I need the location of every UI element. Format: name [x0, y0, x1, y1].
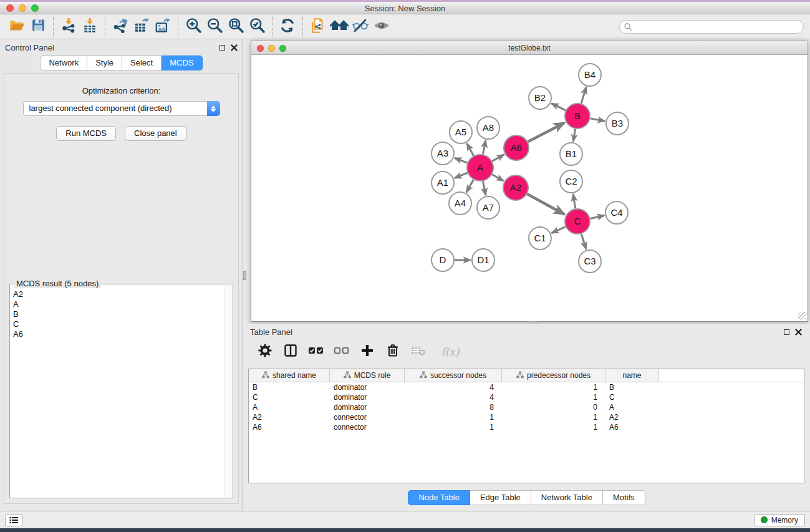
node-B4[interactable]: B4 — [579, 64, 601, 86]
open-session-button[interactable] — [6, 17, 27, 37]
export-image-button[interactable] — [152, 17, 173, 37]
table-row[interactable]: A6connector11A6 — [249, 422, 804, 432]
node-C2[interactable]: C2 — [560, 170, 582, 193]
console-button[interactable] — [5, 514, 22, 526]
edge-B-B2[interactable] — [551, 104, 566, 110]
close-table-panel-icon[interactable] — [795, 329, 802, 336]
window-resize-grip[interactable] — [798, 312, 806, 320]
table-tab-network-table[interactable]: Network Table — [531, 490, 603, 505]
table-tab-node-table[interactable]: Node Table — [408, 490, 470, 505]
table-row[interactable]: Adominator80A — [249, 402, 804, 412]
node-B3[interactable]: B3 — [606, 112, 629, 135]
panel-splitter-grip[interactable] — [243, 271, 246, 280]
node-A5[interactable]: A5 — [450, 121, 472, 143]
deselect-all-button[interactable] — [334, 344, 350, 360]
hide-selected-button[interactable] — [371, 17, 392, 37]
tab-style[interactable]: Style — [87, 56, 122, 70]
edge-A-A3[interactable] — [455, 158, 467, 163]
float-panel-icon[interactable] — [219, 45, 225, 51]
edge-A-A8[interactable] — [483, 140, 486, 154]
edge-C-C4[interactable] — [590, 215, 604, 218]
network-canvas[interactable]: AA1A2A3A4A5A6A7A8BB1B2B3B4CC1C2C3C4DD1 — [251, 55, 808, 322]
zoom-selected-button[interactable] — [246, 17, 268, 37]
export-table-button[interactable] — [131, 17, 152, 37]
export-network-button[interactable] — [110, 17, 131, 37]
save-session-button[interactable] — [27, 17, 49, 37]
search-input[interactable] — [619, 20, 804, 34]
mcds-result-item[interactable]: A6 — [13, 329, 224, 339]
edge-A-A2[interactable] — [492, 175, 503, 181]
delete-columns-button[interactable] — [385, 344, 401, 360]
tab-mcds[interactable]: MCDS — [162, 56, 202, 70]
mcds-result-item[interactable]: B — [13, 309, 224, 319]
import-table-button[interactable] — [79, 17, 100, 37]
column-header-shared-name[interactable]: shared name — [249, 369, 330, 382]
node-B1[interactable]: B1 — [560, 143, 582, 165]
node-A4[interactable]: A4 — [449, 192, 471, 215]
select-all-button[interactable] — [308, 344, 324, 360]
edge-C-C2[interactable] — [573, 194, 576, 208]
edge-B-B1[interactable] — [573, 129, 575, 142]
mcds-result-item[interactable]: C — [13, 319, 224, 329]
node-C[interactable]: C — [565, 209, 590, 234]
mcds-result-item[interactable]: A — [13, 299, 224, 309]
show-columns-button[interactable] — [282, 344, 299, 360]
edge-C-C3[interactable] — [581, 234, 586, 249]
optimization-criterion-select[interactable]: largest connected component (directed) — [23, 101, 220, 116]
toggle-graphics-details-button[interactable] — [350, 17, 371, 37]
edge-A6-B[interactable] — [528, 123, 564, 142]
close-panel-button[interactable]: Close panel — [125, 126, 186, 141]
table-row[interactable]: A2connector11A2 — [249, 412, 804, 422]
node-A7[interactable]: A7 — [477, 196, 499, 219]
node-C3[interactable]: C3 — [579, 250, 601, 273]
create-column-button[interactable] — [359, 344, 375, 360]
clone-network-button[interactable] — [307, 17, 329, 37]
edge-A-A5[interactable] — [467, 143, 474, 156]
network-window-titlebar[interactable]: testGlobe.txt — [251, 40, 808, 55]
float-table-panel-icon[interactable] — [784, 329, 789, 335]
node-B2[interactable]: B2 — [529, 87, 551, 109]
edge-A2-C[interactable] — [527, 194, 564, 215]
edge-B-B3[interactable] — [591, 118, 605, 121]
node-A8[interactable]: A8 — [477, 117, 499, 139]
column-header-successor-nodes[interactable]: successor nodes — [405, 369, 502, 382]
app-titlebar[interactable]: Session: New Session — [0, 2, 810, 14]
column-header-predecessor-nodes[interactable]: predecessor nodes — [502, 369, 605, 382]
tab-select[interactable]: Select — [122, 56, 162, 70]
network-view-window[interactable]: testGlobe.txt AA1A2A3A4A5A6A7A8BB1B2B3B4… — [251, 40, 808, 322]
zoom-fit-button[interactable] — [225, 17, 246, 37]
node-A[interactable]: A — [467, 155, 493, 181]
edge-A-A1[interactable] — [455, 173, 468, 178]
node-A2[interactable]: A2 — [503, 175, 528, 200]
node-A6[interactable]: A6 — [504, 135, 529, 160]
node-A3[interactable]: A3 — [432, 142, 454, 165]
column-header-MCDS-role[interactable]: MCDS role — [330, 369, 405, 382]
memory-button[interactable]: Memory — [754, 514, 805, 526]
mcds-result-item[interactable]: A2 — [13, 289, 224, 299]
table-tab-motifs[interactable]: Motifs — [603, 490, 645, 505]
node-C4[interactable]: C4 — [605, 201, 628, 224]
run-mcds-button[interactable]: Run MCDS — [56, 126, 116, 141]
table-tab-edge-table[interactable]: Edge Table — [470, 490, 531, 505]
table-row[interactable]: Cdominator41C — [249, 392, 804, 402]
edge-C-C1[interactable] — [552, 227, 566, 233]
close-panel-icon[interactable] — [231, 44, 238, 51]
node-B[interactable]: B — [565, 104, 590, 128]
node-A1[interactable]: A1 — [432, 172, 454, 194]
open-session-home-button[interactable] — [329, 17, 350, 37]
edge-A-A7[interactable] — [483, 181, 486, 195]
node-D1[interactable]: D1 — [472, 249, 494, 271]
zoom-out-button[interactable] — [204, 17, 225, 37]
import-network-button[interactable] — [58, 17, 79, 37]
edge-A-A4[interactable] — [466, 180, 473, 192]
node-C1[interactable]: C1 — [529, 227, 551, 249]
node-D[interactable]: D — [432, 249, 454, 271]
table-mode-button[interactable] — [257, 344, 273, 360]
edge-A-A6[interactable] — [492, 155, 504, 162]
edge-B-B4[interactable] — [581, 87, 586, 104]
zoom-in-button[interactable] — [183, 17, 204, 37]
column-header-name[interactable]: name — [605, 369, 659, 382]
apply-layout-button[interactable] — [277, 17, 298, 37]
table-row[interactable]: Bdominator41B — [249, 382, 804, 392]
tab-network[interactable]: Network — [40, 56, 87, 70]
